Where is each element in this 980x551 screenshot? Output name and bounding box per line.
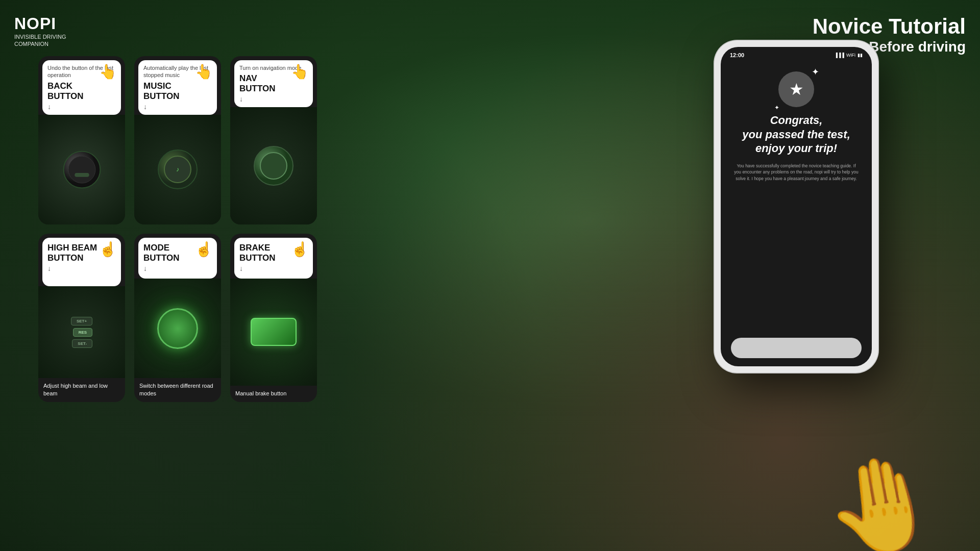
mode-arrow: ↓	[143, 264, 212, 272]
nav-hand-icon: 👆	[291, 63, 309, 80]
card-back-button: Undo the button of the last operation BA…	[38, 56, 125, 224]
highbeam-hand-icon: ☝️	[99, 241, 117, 258]
cta-button[interactable]	[731, 338, 862, 358]
highbeam-bottom-text: Adjust high beam and low beam	[38, 378, 125, 402]
mode-dial	[157, 308, 198, 349]
music-hand-icon: 👆	[195, 63, 213, 80]
set-plus-label: SET+	[71, 317, 92, 325]
congrats-text: Congrats, you passed the test, enjoy you…	[742, 113, 850, 156]
svg-point-1	[68, 156, 95, 183]
back-arrow: ↓	[47, 103, 116, 111]
set-minus-label: SET-	[72, 339, 92, 348]
nav-arrow: ↓	[239, 95, 308, 103]
brake-arrow: ↓	[239, 264, 308, 272]
card-nav-button: Turn on navigation mode NAVBUTTON ↓ 👆	[230, 56, 317, 224]
brand-section: NOPI INVISIBLE DRIVING COMPANION	[14, 14, 66, 48]
phone-frame: 12:00 ▐▐▐ WiFi ▮▮ ★ ✦ ✦ Congrats,	[715, 41, 878, 372]
brake-button-visual	[251, 318, 297, 346]
main-title: Novice Tutorial	[813, 14, 966, 39]
back-hand-icon: 👆	[99, 63, 117, 80]
res-label: RES	[73, 328, 92, 337]
nav-dial-svg	[251, 143, 297, 189]
svg-point-7	[260, 153, 287, 179]
svg-text:♪: ♪	[176, 166, 179, 173]
brake-bottom-text: Manual brake button	[230, 386, 317, 402]
star-icon: ★	[789, 80, 804, 99]
back-btn-name: BACKBUTTON	[47, 81, 116, 102]
music-btn-name: MUSICBUTTON	[143, 81, 212, 102]
phone-sub-text: You have successfully completed the novi…	[731, 163, 862, 182]
card-highbeam-button: HIGH BEAMBUTTON ↓ ☝️ SET+ RES SET- Adjus…	[38, 234, 125, 402]
highbeam-arrow: ↓	[47, 264, 116, 272]
status-time: 12:00	[730, 52, 744, 58]
phone-mockup: 12:00 ▐▐▐ WiFi ▮▮ ★ ✦ ✦ Congrats,	[715, 41, 878, 372]
signal-icon: ▐▐▐	[835, 53, 844, 58]
battery-icon: ▮▮	[857, 53, 863, 58]
card-mode-button: MODEBUTTON ↓ ☝️ Switch between different…	[134, 234, 221, 402]
brake-hand-icon: ☝️	[291, 241, 309, 258]
mode-bottom-text: Switch between different road modes	[134, 378, 221, 402]
mode-hand-icon: ☝️	[195, 241, 213, 258]
cards-grid: Undo the button of the last operation BA…	[38, 56, 317, 402]
phone-screen: 12:00 ▐▐▐ WiFi ▮▮ ★ ✦ ✦ Congrats,	[721, 47, 872, 366]
wifi-icon: WiFi	[846, 53, 855, 58]
music-arrow: ↓	[143, 103, 212, 111]
sparkles-icon: ✦	[812, 66, 819, 78]
star-circle: ★ ✦ ✦	[778, 71, 814, 107]
brand-name: NOPI	[14, 14, 66, 33]
hand-holding-phone: 🤚	[817, 450, 946, 551]
brand-tagline: INVISIBLE DRIVING COMPANION	[14, 33, 66, 48]
card-brake-button: BRAKEBUTTON ↓ ☝️ Manual brake button	[230, 234, 317, 402]
phone-content: ★ ✦ ✦ Congrats, you passed the test, enj…	[721, 61, 872, 366]
sparkles2-icon: ✦	[774, 104, 779, 111]
back-dial-svg	[60, 148, 104, 191]
svg-rect-2	[75, 173, 89, 177]
status-bar: 12:00 ▐▐▐ WiFi ▮▮	[721, 47, 872, 61]
music-dial-svg: ♪	[155, 146, 201, 192]
card-music-button: Automatically play the last stopped musi…	[134, 56, 221, 224]
status-icons: ▐▐▐ WiFi ▮▮	[835, 53, 863, 58]
